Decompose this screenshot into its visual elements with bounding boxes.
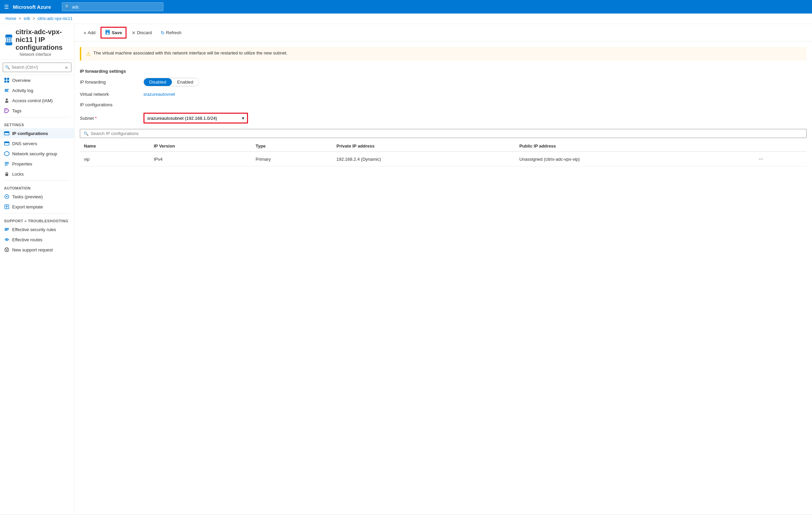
svg-rect-3 (7, 81, 9, 83)
dns-icon (4, 141, 9, 146)
sidebar-item-overview-label: Overview (12, 78, 30, 83)
breadcrumb: Home > srlb > citrix-adc-vpx-nic11 (0, 14, 812, 24)
automation-section-label: Automation (0, 182, 74, 192)
subnet-label: Subnet * (80, 116, 141, 121)
sidebar-item-overview[interactable]: Overview (0, 75, 74, 85)
discard-button[interactable]: ✕ Discard (128, 28, 156, 38)
svg-point-8 (5, 101, 8, 103)
sidebar-search-icon: 🔍 (5, 65, 10, 70)
security-icon (4, 227, 9, 232)
sidebar-item-activity-log[interactable]: Activity log (0, 85, 74, 95)
svg-rect-17 (5, 165, 7, 165)
sidebar-item-routes-label: Effective routes (12, 237, 42, 242)
save-icon (105, 29, 110, 36)
svg-rect-31 (107, 32, 109, 34)
breadcrumb-home[interactable]: Home (5, 16, 16, 21)
warning-icon: ⚠ (86, 51, 91, 57)
sidebar-item-locks-label: Locks (12, 172, 24, 177)
table-col-public-ip: Public IP address (515, 141, 753, 152)
sidebar-item-new-support-request[interactable]: New support request (0, 245, 74, 255)
ip-configurations-label: IP configurations (80, 102, 141, 107)
ip-configurations-row: IP configurations (80, 102, 807, 107)
sidebar-item-tags[interactable]: Tags (0, 106, 74, 116)
subnet-input-wrapper: ▾ (143, 113, 248, 124)
sidebar-search-input[interactable] (12, 65, 62, 70)
search-icon: 🔍 (65, 4, 70, 9)
svg-rect-15 (5, 162, 9, 163)
ip-config-table: Name IP Version Type Private IP address … (80, 141, 807, 166)
page-subtitle: Network interface (20, 52, 69, 57)
svg-point-10 (6, 110, 7, 111)
main-content: + Add Save ✕ Discard ↻ Refresh ⚠ The vir… (74, 24, 812, 514)
top-navigation-bar: ☰ Microsoft Azure 🔍 (0, 0, 812, 14)
sidebar-item-nsg[interactable]: Network security group (0, 149, 74, 159)
hamburger-menu-icon[interactable]: ☰ (4, 4, 9, 10)
table-col-actions (753, 141, 807, 152)
ip-config-search-input[interactable] (91, 131, 803, 136)
svg-rect-16 (5, 163, 9, 164)
breadcrumb-nic[interactable]: citrix-adc-vpx-nic11 (38, 16, 72, 21)
global-search-input[interactable] (72, 4, 160, 9)
refresh-button[interactable]: ↻ Refresh (157, 28, 185, 38)
table-col-type: Type (252, 141, 333, 152)
svg-rect-2 (4, 81, 6, 83)
refresh-icon: ↻ (161, 30, 165, 36)
nsg-icon (4, 151, 9, 156)
sidebar-item-ip-configurations[interactable]: IP configurations (0, 128, 74, 138)
svg-rect-12 (4, 132, 9, 133)
sidebar-item-effective-routes[interactable]: Effective routes (0, 234, 74, 245)
add-icon: + (84, 30, 86, 36)
tasks-icon (4, 194, 9, 199)
breadcrumb-srlb[interactable]: srlb (24, 16, 30, 21)
page-title: citrix-adc-vpx-nic11 | IP configurations (16, 28, 69, 51)
sidebar-item-locks[interactable]: Locks (0, 169, 74, 179)
sidebar-item-activity-label: Activity log (12, 88, 33, 93)
svg-rect-5 (5, 90, 8, 91)
sidebar-item-access-control[interactable]: Access control (IAM) (0, 95, 74, 106)
ip-forwarding-section-title: IP forwarding settings (80, 69, 807, 74)
ip-config-search-box[interactable]: 🔍 (80, 129, 807, 138)
ip-config-icon (4, 131, 9, 136)
ip-forwarding-toggle[interactable]: Disabled Enabled (143, 78, 199, 86)
save-button[interactable]: Save (100, 27, 126, 39)
sidebar-item-ip-config-label: IP configurations (12, 131, 48, 136)
row-type: Primary (252, 152, 333, 166)
global-search-box[interactable]: 🔍 (62, 2, 163, 11)
svg-rect-1 (7, 78, 9, 80)
sidebar-item-tasks-label: Tasks (preview) (12, 194, 43, 199)
svg-rect-30 (106, 30, 109, 31)
ip-forwarding-disabled-option[interactable]: Disabled (144, 78, 172, 86)
svg-point-26 (6, 239, 7, 240)
sidebar-item-effective-security-rules[interactable]: Effective security rules (0, 224, 74, 234)
svg-rect-14 (4, 142, 9, 143)
toolbar: + Add Save ✕ Discard ↻ Refresh (74, 24, 812, 42)
svg-rect-4 (5, 89, 9, 90)
iam-icon (4, 98, 9, 103)
sidebar-item-export-template[interactable]: Export template (0, 202, 74, 212)
subnet-dropdown-button[interactable]: ▾ (239, 114, 247, 122)
add-button[interactable]: + Add (80, 28, 99, 38)
svg-rect-25 (5, 230, 7, 231)
warning-message: The virtual machine associated with this… (93, 50, 288, 55)
sidebar-item-dns-servers[interactable]: DNS servers (0, 138, 74, 149)
svg-point-28 (6, 248, 8, 250)
sidebar-item-tasks[interactable]: Tasks (preview) (0, 192, 74, 202)
ip-forwarding-label: IP forwarding (80, 80, 141, 85)
table-row: vip IPv4 Primary 192.168.2.4 (Dynamic) U… (80, 152, 807, 166)
sidebar-item-properties-label: Properties (12, 161, 32, 166)
sidebar: citrix-adc-vpx-nic11 | IP configurations… (0, 24, 74, 514)
locks-icon (4, 171, 9, 177)
required-indicator: * (95, 116, 97, 121)
sidebar-item-support-label: New support request (12, 247, 53, 252)
sidebar-item-access-label: Access control (IAM) (12, 98, 53, 103)
discard-icon: ✕ (132, 30, 136, 36)
ip-forwarding-enabled-option[interactable]: Enabled (172, 78, 199, 86)
subnet-input[interactable] (144, 114, 239, 122)
row-more-options-button[interactable]: ··· (757, 155, 764, 163)
props-icon (4, 161, 9, 166)
sidebar-item-properties[interactable]: Properties (0, 159, 74, 169)
subnet-row: Subnet * ▾ (80, 113, 807, 124)
sidebar-collapse-button[interactable]: » (64, 64, 69, 71)
virtual-network-link[interactable]: srazureautovnet (143, 92, 175, 97)
row-ip-version: IPv4 (150, 152, 251, 166)
